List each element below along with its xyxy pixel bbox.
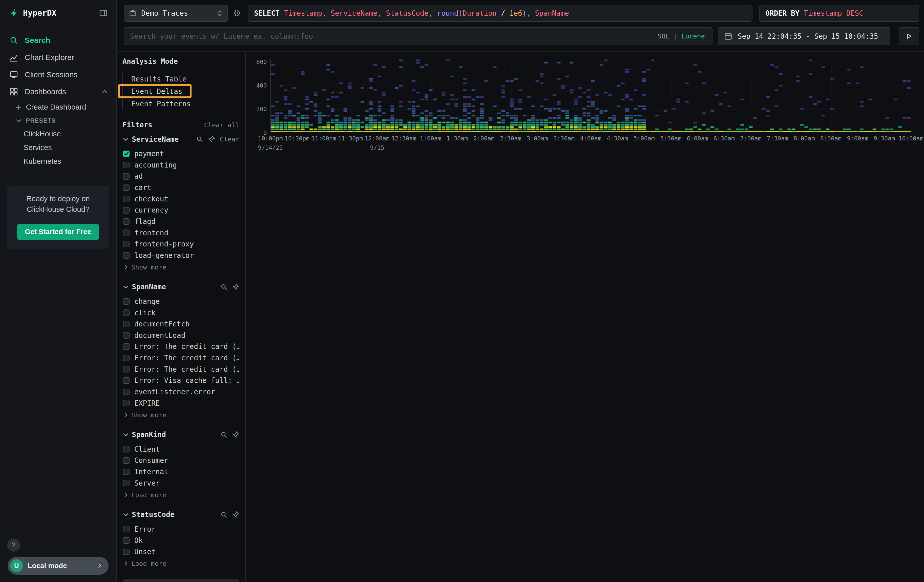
checkbox[interactable] (123, 400, 130, 406)
checkbox[interactable] (123, 185, 130, 191)
filter-checkbox-item[interactable]: Ok (122, 535, 239, 546)
filter-checkbox-item[interactable]: change (122, 296, 239, 307)
pin-icon[interactable] (232, 511, 239, 518)
checkbox[interactable] (123, 480, 130, 486)
checkbox[interactable] (123, 252, 130, 259)
sidebar-item-dashboards[interactable]: Dashboards (0, 83, 116, 100)
local-mode-button[interactable]: U Local mode (8, 557, 108, 575)
source-select[interactable]: Demo Traces (124, 5, 228, 22)
order-by-input[interactable]: ORDER BY Timestamp DESC (759, 5, 919, 22)
sidebar-item-kubernetes[interactable]: Kubernetes (15, 154, 116, 168)
filter-checkbox-item[interactable]: Error: Visa cache full: … (122, 375, 239, 386)
search-icon[interactable] (220, 284, 228, 290)
filter-checkbox-item[interactable]: currency (122, 204, 239, 216)
run-query-button[interactable] (899, 27, 919, 45)
sql-select-input[interactable]: SELECT Timestamp, ServiceName, StatusCod… (248, 5, 752, 22)
filter-checkbox-item[interactable]: Consumer (122, 455, 239, 467)
show-more-button[interactable]: Show more (122, 409, 239, 419)
filter-checkbox-item[interactable]: Internal (122, 466, 239, 478)
checkbox[interactable] (123, 310, 130, 316)
filter-checkbox-item[interactable]: documentFetch (122, 318, 239, 330)
filter-group-header[interactable]: SpanKind (122, 430, 239, 439)
show-more-button[interactable]: Show more (122, 261, 239, 271)
filter-checkbox-item[interactable]: EXPIRE (122, 397, 239, 409)
filter-checkbox-item[interactable]: cart (122, 182, 239, 193)
filter-checkbox-item[interactable]: Error: The credit card (… (122, 364, 239, 375)
sidebar-item-search[interactable]: Search (0, 32, 116, 49)
checkbox[interactable] (123, 549, 130, 555)
checkbox[interactable] (123, 446, 130, 452)
pin-icon[interactable] (232, 431, 239, 438)
load-more-button[interactable]: Load more (122, 489, 239, 498)
filter-checkbox-item[interactable]: ad (122, 171, 239, 182)
pin-icon[interactable] (232, 284, 239, 290)
checkbox[interactable] (123, 469, 130, 475)
clear-filter-button[interactable]: Clear (219, 135, 239, 143)
filter-group-header[interactable]: ServiceNameClear (122, 135, 239, 143)
sql-language-toggle[interactable]: SQL (658, 32, 669, 40)
checkbox[interactable] (123, 332, 130, 338)
checkbox[interactable] (123, 196, 130, 202)
checkbox[interactable] (123, 355, 130, 361)
search-input[interactable] (124, 32, 658, 41)
clear-all-button[interactable]: Clear all (204, 121, 239, 129)
checkbox[interactable] (123, 457, 130, 464)
checkbox-checked[interactable] (123, 150, 130, 157)
presets-toggle[interactable]: PRESETS (15, 114, 116, 127)
filter-checkbox-item[interactable]: accounting (122, 160, 239, 171)
checkbox[interactable] (123, 389, 130, 395)
search-icon[interactable] (220, 511, 228, 518)
lucene-language-toggle[interactable]: Lucene (681, 32, 705, 40)
filter-checkbox-item[interactable]: Error: The credit card (… (122, 352, 239, 364)
x-tick-label: 5:30am (660, 135, 681, 142)
filter-checkbox-item[interactable]: Error (122, 524, 239, 535)
search-icon[interactable] (220, 431, 228, 438)
checkbox[interactable] (123, 298, 130, 305)
analysis-mode-option[interactable]: Event Deltas (123, 86, 239, 98)
filter-checkbox-item[interactable]: frontend (122, 227, 239, 239)
sidebar-item-client-sessions[interactable]: Client Sessions (0, 66, 116, 83)
more-filters-button[interactable]: More filters (122, 579, 239, 582)
filter-group-header[interactable]: StatusCode (122, 510, 239, 519)
checkbox[interactable] (123, 343, 130, 350)
gear-icon[interactable]: ⚙ (233, 9, 241, 18)
checkbox[interactable] (123, 321, 130, 327)
help-button[interactable]: ? (7, 539, 20, 552)
filter-checkbox-item[interactable]: Client (122, 444, 239, 455)
analysis-mode-option[interactable]: Event Patterns (123, 98, 239, 110)
get-started-button[interactable]: Get Started for Free (17, 224, 99, 240)
filter-checkbox-item[interactable]: Unset (122, 546, 239, 557)
sidebar-item-services[interactable]: Services (15, 141, 116, 154)
filter-checkbox-item[interactable]: Error: The credit card (… (122, 341, 239, 353)
checkbox[interactable] (123, 207, 130, 214)
time-range-picker[interactable]: Sep 14 22:04:35 - Sep 15 10:04:35 (718, 27, 890, 45)
collapse-sidebar-icon[interactable] (99, 8, 108, 18)
checkbox[interactable] (123, 526, 130, 533)
filter-checkbox-item[interactable]: Server (122, 478, 239, 489)
filter-checkbox-item[interactable]: eventListener.error (122, 386, 239, 397)
sidebar-item-clickhouse[interactable]: ClickHouse (15, 127, 116, 141)
filter-checkbox-item[interactable]: payment (122, 148, 239, 160)
analysis-mode-option[interactable]: Results Table (123, 73, 239, 86)
sidebar-item-chart-explorer[interactable]: Chart Explorer (0, 49, 116, 66)
checkbox[interactable] (123, 241, 130, 247)
checkbox[interactable] (123, 162, 130, 168)
pin-icon[interactable] (208, 136, 215, 143)
heatmap-plot[interactable] (271, 59, 911, 133)
filter-checkbox-item[interactable]: checkout (122, 193, 239, 205)
checkbox[interactable] (123, 377, 130, 384)
search-icon[interactable] (196, 136, 203, 143)
checkbox[interactable] (123, 229, 130, 236)
filter-checkbox-item[interactable]: click (122, 307, 239, 318)
filter-group-header[interactable]: SpanName (122, 283, 239, 291)
checkbox[interactable] (123, 366, 130, 373)
checkbox[interactable] (123, 218, 130, 225)
checkbox[interactable] (123, 537, 130, 544)
load-more-button[interactable]: Load more (122, 557, 239, 567)
filter-checkbox-item[interactable]: flagd (122, 216, 239, 227)
create-dashboard-button[interactable]: Create Dashboard (15, 100, 116, 114)
checkbox[interactable] (123, 173, 130, 180)
filter-checkbox-item[interactable]: load-generator (122, 250, 239, 261)
filter-checkbox-item[interactable]: frontend-proxy (122, 238, 239, 250)
filter-checkbox-item[interactable]: documentLoad (122, 330, 239, 341)
